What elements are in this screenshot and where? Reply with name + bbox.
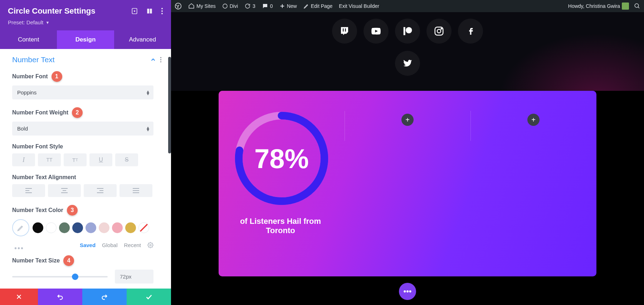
counter-number: 78% — [234, 111, 329, 206]
gear-icon[interactable] — [147, 242, 153, 248]
size-slider[interactable] — [12, 276, 108, 277]
search-icon[interactable] — [634, 3, 640, 9]
preset-label: Preset: Default — [8, 19, 43, 25]
swatch-olive[interactable] — [59, 222, 70, 233]
swatch-lav[interactable] — [86, 222, 96, 233]
annotation-badge-2: 2 — [72, 107, 83, 118]
add-module-button[interactable]: + — [527, 114, 540, 126]
style-underline[interactable]: U — [89, 153, 112, 166]
instagram-icon[interactable] — [426, 19, 452, 44]
twitter-icon[interactable] — [395, 51, 420, 76]
svg-rect-31 — [404, 27, 405, 35]
counter-caption: of Listeners Hail from Toronto — [234, 217, 327, 235]
select-value: Bold — [17, 126, 28, 132]
wp-revisions[interactable]: 3 — [244, 3, 255, 9]
wp-my-sites[interactable]: My Sites — [188, 3, 216, 9]
align-justify[interactable] — [119, 184, 152, 197]
svg-rect-3 — [150, 9, 152, 13]
tab-advanced[interactable]: Advanced — [114, 30, 171, 49]
swatch-row — [12, 219, 162, 236]
cancel-button[interactable] — [0, 289, 38, 305]
column-1: 78% of Listeners Hail from Toronto — [219, 91, 345, 276]
section-kebab-icon[interactable] — [160, 56, 162, 63]
color-tab-recent[interactable]: Recent — [124, 242, 141, 248]
annotation-badge-3: 3 — [67, 205, 78, 216]
svg-point-5 — [161, 10, 163, 12]
add-module-button[interactable]: + — [401, 114, 414, 126]
stats-section: 78% of Listeners Hail from Toronto + + — [219, 91, 596, 276]
align-left[interactable] — [12, 184, 45, 197]
panel-tabs: Content Design Advanced — [0, 30, 171, 49]
columns-icon[interactable] — [146, 8, 153, 15]
preset-selector[interactable]: Preset: Default ▼ — [8, 19, 163, 25]
style-strike[interactable]: S — [115, 153, 138, 166]
select-font-weight[interactable]: Bold ▴▾ — [12, 122, 153, 136]
section-title[interactable]: Number Text — [12, 55, 150, 64]
panel-title: Circle Counter Settings — [8, 6, 131, 16]
svg-point-4 — [161, 8, 163, 9]
save-button[interactable] — [127, 289, 171, 305]
circle-counter[interactable]: 78% of Listeners Hail from Toronto — [234, 111, 329, 235]
patreon-icon[interactable] — [395, 19, 420, 44]
svg-point-29 — [635, 4, 639, 8]
facebook-icon[interactable] — [458, 19, 483, 44]
kebab-icon[interactable] — [161, 8, 163, 15]
label-font-style: Number Font Style — [12, 143, 162, 150]
swatch-none[interactable] — [138, 222, 149, 233]
swatch-pink[interactable] — [112, 222, 123, 233]
wp-new[interactable]: New — [279, 3, 297, 9]
label-text-size: Number Text Size 4 — [12, 255, 162, 266]
slider-thumb[interactable] — [72, 274, 78, 280]
column-3: + — [470, 91, 596, 276]
style-uppercase[interactable]: TT — [38, 153, 61, 166]
wp-howdy[interactable]: Howdy, Christina Gwira — [568, 3, 629, 10]
swatch-black[interactable] — [33, 222, 43, 233]
swatch-gold[interactable] — [125, 222, 136, 233]
youtube-icon[interactable] — [364, 19, 389, 44]
wp-exit-vb[interactable]: Exit Visual Builder — [339, 3, 379, 9]
undo-button[interactable] — [38, 289, 82, 305]
wp-admin-bar: My Sites Divi 3 0 New Edit Page — [171, 0, 644, 12]
wp-logo-icon[interactable] — [175, 3, 182, 10]
select-arrows-icon: ▴▾ — [147, 126, 149, 131]
svg-point-35 — [441, 28, 442, 29]
page-canvas: My Sites Divi 3 0 New Edit Page — [171, 0, 644, 305]
tab-design[interactable]: Design — [57, 30, 114, 49]
svg-line-30 — [638, 7, 639, 8]
page-hero — [171, 12, 644, 91]
label-text-align: Number Text Alignment — [12, 174, 162, 181]
size-input[interactable]: 72px — [115, 270, 153, 284]
responsive-icon[interactable] — [131, 8, 138, 15]
wp-comments[interactable]: 0 — [262, 3, 273, 9]
align-right[interactable] — [84, 184, 117, 197]
twitch-icon[interactable] — [332, 19, 357, 44]
annotation-badge-4: 4 — [63, 255, 74, 266]
swatch-white[interactable] — [46, 222, 57, 233]
svg-point-34 — [437, 29, 441, 33]
svg-point-32 — [406, 27, 412, 34]
svg-point-6 — [161, 13, 163, 14]
align-center[interactable] — [48, 184, 81, 197]
action-bar — [0, 289, 171, 305]
color-tab-saved[interactable]: Saved — [80, 242, 96, 248]
chevron-up-icon[interactable] — [150, 56, 156, 63]
more-colors-icon[interactable]: ••• — [14, 244, 24, 252]
color-tab-global[interactable]: Global — [102, 242, 117, 248]
style-smallcaps[interactable]: TT — [64, 153, 87, 166]
column-2: + — [345, 91, 470, 276]
wp-site-divi[interactable]: Divi — [222, 3, 238, 9]
redo-button[interactable] — [82, 289, 127, 305]
swatch-navy[interactable] — [72, 222, 83, 233]
wp-edit-page[interactable]: Edit Page — [303, 3, 333, 9]
scrollbar-thumb[interactable] — [168, 57, 171, 153]
style-italic[interactable]: I — [12, 153, 35, 166]
select-number-font[interactable]: Poppins ▴▾ — [12, 85, 153, 99]
svg-point-1 — [134, 11, 135, 12]
select-value: Poppins — [17, 89, 36, 95]
svg-point-8 — [160, 59, 161, 60]
swatch-blush[interactable] — [99, 222, 109, 233]
builder-fab[interactable]: ••• — [399, 283, 416, 300]
swatch-picker[interactable] — [12, 219, 29, 236]
tab-content[interactable]: Content — [0, 30, 57, 49]
select-arrows-icon: ▴▾ — [147, 90, 149, 95]
